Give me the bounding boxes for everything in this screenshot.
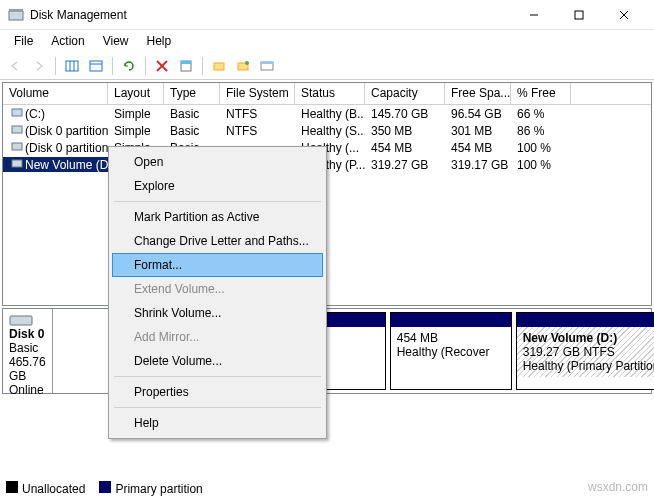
- menu-properties[interactable]: Properties: [112, 380, 323, 404]
- toolbar: [0, 52, 654, 80]
- menu-file[interactable]: File: [6, 32, 41, 50]
- separator: [145, 57, 146, 75]
- col-pct[interactable]: % Free: [511, 83, 571, 104]
- svg-rect-6: [66, 61, 78, 71]
- swatch-primary: [99, 481, 111, 493]
- close-button[interactable]: [601, 1, 646, 29]
- back-icon[interactable]: [4, 55, 26, 77]
- table-row[interactable]: (C:)SimpleBasicNTFSHealthy (B...145.70 G…: [3, 105, 651, 122]
- menu-help[interactable]: Help: [139, 32, 180, 50]
- col-fs[interactable]: File System: [220, 83, 295, 104]
- action1-icon[interactable]: [208, 55, 230, 77]
- svg-rect-24: [10, 316, 32, 325]
- column-headers[interactable]: Volume Layout Type File System Status Ca…: [3, 83, 651, 105]
- menu-extend[interactable]: Extend Volume...: [112, 277, 323, 301]
- properties-icon[interactable]: [175, 55, 197, 77]
- partition-box[interactable]: 454 MBHealthy (Recover: [390, 312, 512, 390]
- context-menu: Open Explore Mark Partition as Active Ch…: [108, 146, 327, 439]
- menu-shrink[interactable]: Shrink Volume...: [112, 301, 323, 325]
- menu-add-mirror[interactable]: Add Mirror...: [112, 325, 323, 349]
- columns-icon[interactable]: [61, 55, 83, 77]
- legend: Unallocated Primary partition: [6, 481, 203, 496]
- svg-rect-23: [12, 160, 22, 167]
- col-layout[interactable]: Layout: [108, 83, 164, 104]
- menu-open[interactable]: Open: [112, 150, 323, 174]
- svg-rect-1: [9, 9, 23, 12]
- svg-rect-0: [9, 11, 23, 20]
- disk-size: 465.76 GB: [9, 355, 46, 383]
- view-icon[interactable]: [85, 55, 107, 77]
- svg-rect-3: [575, 11, 583, 19]
- col-type[interactable]: Type: [164, 83, 220, 104]
- menu-explore[interactable]: Explore: [112, 174, 323, 198]
- separator: [114, 376, 321, 377]
- separator: [114, 407, 321, 408]
- separator: [202, 57, 203, 75]
- col-status[interactable]: Status: [295, 83, 365, 104]
- svg-rect-20: [12, 109, 22, 116]
- table-row[interactable]: (Disk 0 partition 1)SimpleBasicNTFSHealt…: [3, 122, 651, 139]
- partition-box[interactable]: New Volume (D:)319.27 GB NTFSHealthy (Pr…: [516, 312, 654, 390]
- svg-rect-19: [261, 62, 273, 64]
- disk-title: Disk 0: [9, 327, 46, 341]
- app-icon: [8, 7, 24, 23]
- forward-icon[interactable]: [28, 55, 50, 77]
- disk-type: Basic: [9, 341, 46, 355]
- menu-mark-active[interactable]: Mark Partition as Active: [112, 205, 323, 229]
- action2-icon[interactable]: [232, 55, 254, 77]
- refresh-icon[interactable]: [118, 55, 140, 77]
- svg-rect-22: [12, 143, 22, 150]
- legend-unallocated: Unallocated: [22, 482, 85, 496]
- separator: [112, 57, 113, 75]
- window-title: Disk Management: [30, 8, 511, 22]
- disk-state: Online: [9, 383, 46, 397]
- delete-icon[interactable]: [151, 55, 173, 77]
- menu-format[interactable]: Format...: [112, 253, 323, 277]
- table-row[interactable]: (Disk 0 partition 3)SimpleBasicHealthy (…: [3, 139, 651, 156]
- volume-list: Volume Layout Type File System Status Ca…: [2, 82, 652, 306]
- menu-change-letter[interactable]: Change Drive Letter and Paths...: [112, 229, 323, 253]
- separator: [55, 57, 56, 75]
- minimize-button[interactable]: [511, 1, 556, 29]
- action3-icon[interactable]: [256, 55, 278, 77]
- menu-help[interactable]: Help: [112, 411, 323, 435]
- disk-icon: [9, 313, 37, 327]
- legend-primary: Primary partition: [115, 482, 202, 496]
- maximize-button[interactable]: [556, 1, 601, 29]
- titlebar: Disk Management: [0, 0, 654, 30]
- menu-action[interactable]: Action: [43, 32, 92, 50]
- col-free[interactable]: Free Spa...: [445, 83, 511, 104]
- svg-rect-9: [90, 61, 102, 71]
- col-volume[interactable]: Volume: [3, 83, 108, 104]
- disk-graphic: Disk 0 Basic 465.76 GB Online sh Dum454 …: [2, 308, 652, 394]
- swatch-unallocated: [6, 481, 18, 493]
- separator: [114, 201, 321, 202]
- svg-rect-15: [214, 63, 224, 70]
- disk-header[interactable]: Disk 0 Basic 465.76 GB Online: [3, 309, 53, 393]
- svg-rect-14: [181, 61, 191, 64]
- svg-point-17: [245, 61, 249, 65]
- table-row[interactable]: New Volume (D:)SimpleBasicNTFSHealthy (P…: [3, 156, 651, 173]
- svg-rect-21: [12, 126, 22, 133]
- col-capacity[interactable]: Capacity: [365, 83, 445, 104]
- watermark: wsxdn.com: [588, 480, 648, 494]
- menu-view[interactable]: View: [95, 32, 137, 50]
- menu-delete-volume[interactable]: Delete Volume...: [112, 349, 323, 373]
- menubar: File Action View Help: [0, 30, 654, 52]
